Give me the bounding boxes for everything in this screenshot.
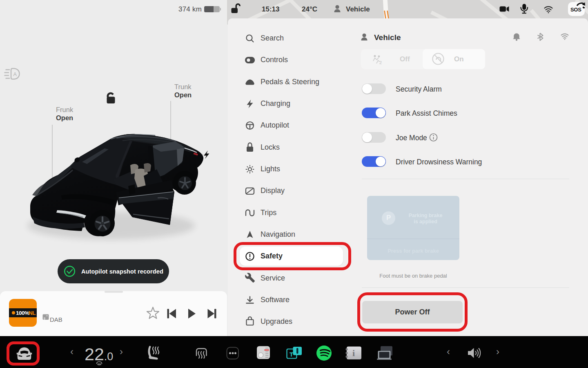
svg-text:A: A: [13, 72, 17, 77]
svg-text:T: T: [290, 351, 293, 358]
svg-text:i: i: [352, 348, 355, 358]
